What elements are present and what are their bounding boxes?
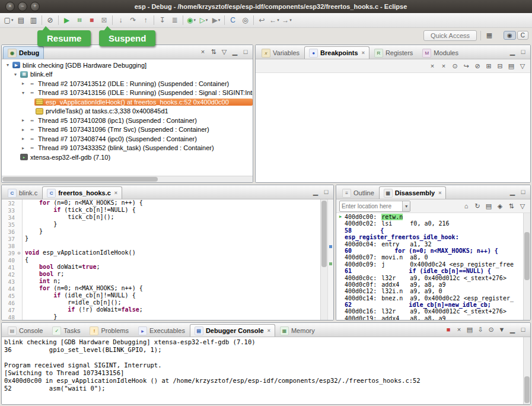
- close-tab-icon[interactable]: ×: [114, 190, 117, 196]
- maximize-window-button[interactable]: +: [30, 2, 40, 11]
- remove-launch-button[interactable]: ×: [454, 325, 464, 335]
- back-button[interactable]: ←▾: [268, 14, 281, 26]
- scrollbar-thumb[interactable]: [2, 177, 158, 182]
- close-tab-icon[interactable]: ×: [438, 190, 441, 196]
- tree-item[interactable]: ▸Thread #7 1073408744 (ipc0) (Suspended …: [2, 134, 253, 144]
- tree-item[interactable]: ▸Thread #5 1073410208 (ipc1) (Suspended …: [2, 116, 253, 125]
- console-content[interactable]: blink checking [GDB Hardware Debugging] …: [2, 337, 530, 404]
- tab-debug[interactable]: Debug: [3, 46, 44, 59]
- tree-item[interactable]: ▸Thread #9 1073433352 (blink_task) (Susp…: [2, 144, 253, 153]
- tab-console[interactable]: Console: [3, 324, 47, 337]
- remove-breakpoint-button[interactable]: ×: [428, 61, 437, 71]
- scroll-lock-button[interactable]: ⇩: [476, 325, 485, 335]
- clear-console-button[interactable]: ▤: [465, 325, 474, 335]
- tab-outline[interactable]: Outline: [337, 186, 379, 199]
- pin-console-button[interactable]: ⊙: [486, 325, 496, 335]
- close-window-button[interactable]: ×: [5, 2, 15, 11]
- skip-all-breakpoints-button[interactable]: ⊘: [44, 14, 56, 26]
- collapse-all-button[interactable]: ⊟: [495, 61, 505, 71]
- forward-button[interactable]: →▾: [281, 14, 293, 26]
- expander-icon[interactable]: ▸: [20, 81, 27, 86]
- tab-disassembly[interactable]: Disassembly×: [379, 186, 447, 199]
- console-vertical-scrollbar[interactable]: [523, 337, 530, 404]
- code-area[interactable]: for (n=0; n<MAX_HOOKS; n++) { if (tick_c…: [23, 199, 320, 320]
- show-source-button[interactable]: ▤: [484, 201, 493, 211]
- tree-item[interactable]: ▾blink checking [GDB Hardware Debugging]: [2, 61, 253, 70]
- tab-blink-c[interactable]: blink.c: [3, 186, 42, 199]
- sync-button[interactable]: ⇅: [506, 201, 516, 211]
- disconnect-button[interactable]: ⊠: [98, 14, 110, 26]
- scrollbar-thumb[interactable]: [321, 201, 327, 267]
- instruction-stepping-button[interactable]: ≣: [168, 14, 181, 26]
- group-by-button[interactable]: ▤: [506, 61, 516, 71]
- terminate-button[interactable]: ■: [85, 14, 98, 26]
- quick-access-button[interactable]: Quick Access: [423, 30, 477, 41]
- expander-icon[interactable]: ▾: [20, 90, 27, 96]
- tree-item[interactable]: prvIdleTask() at tasks.c:3,338 0x400845d…: [2, 107, 253, 116]
- close-tab-icon[interactable]: ×: [267, 328, 270, 334]
- tree-item[interactable]: esp_vApplicationIdleHook() at freertos_h…: [2, 97, 253, 107]
- track-expression-button[interactable]: ◈: [495, 201, 505, 211]
- location-input[interactable]: [340, 203, 402, 210]
- expand-all-button[interactable]: ⊞: [484, 61, 493, 71]
- open-perspective-button[interactable]: ▦: [485, 31, 494, 40]
- debug-button[interactable]: ◉▾: [185, 14, 197, 26]
- expander-icon[interactable]: ▾: [12, 72, 19, 77]
- tab-debugger-console[interactable]: Debugger Console×: [190, 324, 275, 337]
- horizontal-scrollbar[interactable]: [2, 176, 253, 182]
- expander-icon[interactable]: ▸: [20, 136, 27, 141]
- tab-memory[interactable]: Memory: [275, 324, 320, 337]
- tab-executables[interactable]: Executables: [133, 324, 190, 337]
- remove-all-terminated-button[interactable]: ×: [198, 47, 208, 57]
- tab-breakpoints[interactable]: Breakpoints×: [304, 46, 369, 59]
- new-wizard-button[interactable]: ▢▾: [2, 14, 15, 26]
- run-button[interactable]: ▷▾: [197, 14, 210, 26]
- scrollbar-thumb[interactable]: [524, 376, 530, 403]
- tree-item[interactable]: ▾Thread #3 1073413156 (IDLE : Running) (…: [2, 88, 253, 98]
- show-supported-breakpoints-button[interactable]: ⊙: [450, 61, 460, 71]
- resume-button[interactable]: ▶: [60, 14, 73, 26]
- minimize-button[interactable]: ▁: [508, 325, 517, 335]
- home-button[interactable]: ⌂: [461, 201, 471, 211]
- chevron-down-icon[interactable]: ▼: [402, 201, 410, 211]
- minimize-window-button[interactable]: −: [18, 2, 27, 11]
- refresh-button[interactable]: ↻: [473, 201, 482, 211]
- minimize-button[interactable]: ▁: [508, 188, 517, 197]
- c-cpp-perspective-button[interactable]: C: [517, 31, 528, 40]
- tree-item[interactable]: ▸Thread #2 1073413512 (IDLE : Running) (…: [2, 79, 253, 88]
- minimize-button[interactable]: ▁: [230, 47, 240, 57]
- tab-modules[interactable]: Modules: [418, 46, 463, 59]
- editor-vertical-scrollbar[interactable]: [320, 199, 327, 320]
- step-over-button[interactable]: ↷: [127, 14, 139, 26]
- last-edit-location-button[interactable]: ↩: [256, 14, 268, 26]
- suspend-button[interactable]: ▮▮: [73, 14, 85, 26]
- expander-icon[interactable]: ▸: [20, 118, 27, 123]
- disassembly-vertical-scrollbar[interactable]: [523, 213, 530, 320]
- location-combo[interactable]: ▼: [339, 201, 410, 212]
- editor-content[interactable]: 3233343536373839⊖404142434445464748 for …: [2, 199, 333, 320]
- fold-collapse-icon[interactable]: ⊖: [16, 250, 22, 256]
- view-menu-button[interactable]: ▽: [518, 201, 527, 211]
- tab-problems[interactable]: Problems: [85, 324, 133, 337]
- tree-item[interactable]: ▸Thread #6 1073431096 (Tmr Svc) (Suspend…: [2, 125, 253, 135]
- skip-all-breakpoints-button[interactable]: ⊘: [473, 61, 482, 71]
- maximize-button[interactable]: □: [518, 188, 528, 197]
- remove-all-breakpoints-button[interactable]: ×: [439, 61, 448, 71]
- save-button[interactable]: ▤: [15, 14, 27, 26]
- expander-icon[interactable]: ▸: [20, 145, 27, 151]
- step-return-button[interactable]: ↑: [139, 14, 152, 26]
- title-bar[interactable]: × − + esp - Debug - /home/krzysztof/esp/…: [0, 0, 532, 13]
- expander-icon[interactable]: ▾: [4, 62, 11, 68]
- view-menu-button[interactable]: ▽: [219, 47, 229, 57]
- maximize-button[interactable]: □: [518, 325, 528, 335]
- close-tab-icon[interactable]: ×: [362, 50, 365, 56]
- tree-item[interactable]: ▾blink.elf: [2, 70, 253, 80]
- minimize-button[interactable]: ▁: [508, 47, 517, 57]
- maximize-button[interactable]: □: [241, 47, 250, 57]
- maximize-button[interactable]: □: [321, 188, 331, 197]
- tab-registers[interactable]: Registers: [369, 46, 418, 59]
- go-to-file-button[interactable]: ↪: [461, 61, 471, 71]
- expander-icon[interactable]: ▸: [20, 127, 27, 132]
- terminate-button[interactable]: ■: [444, 325, 453, 335]
- debug-perspective-button[interactable]: ◉: [504, 31, 516, 40]
